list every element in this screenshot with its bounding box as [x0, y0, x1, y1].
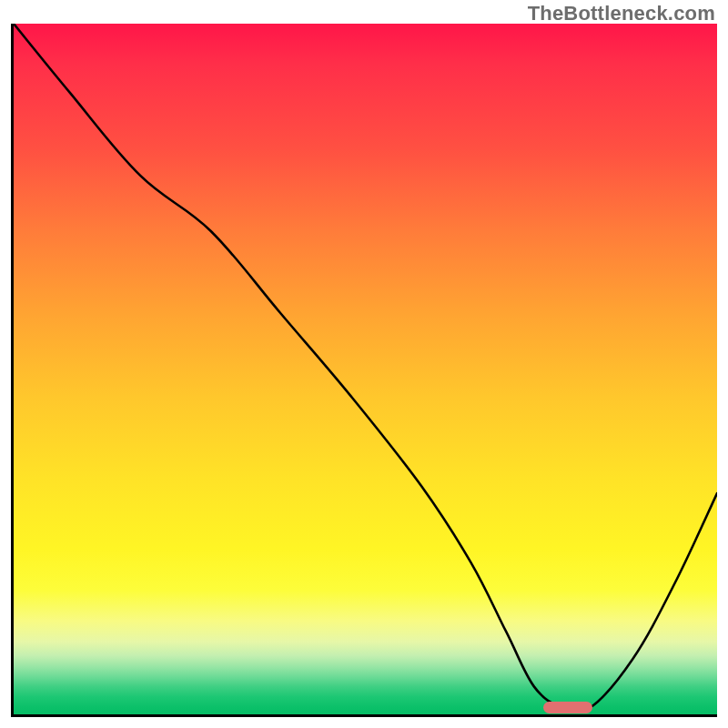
chart-container: TheBottleneck.com [0, 0, 728, 728]
curve-overlay [14, 24, 717, 714]
plot-area [11, 24, 717, 717]
bottleneck-curve [14, 24, 717, 713]
watermark-text: TheBottleneck.com [528, 2, 715, 25]
optimal-range-marker [543, 702, 592, 713]
